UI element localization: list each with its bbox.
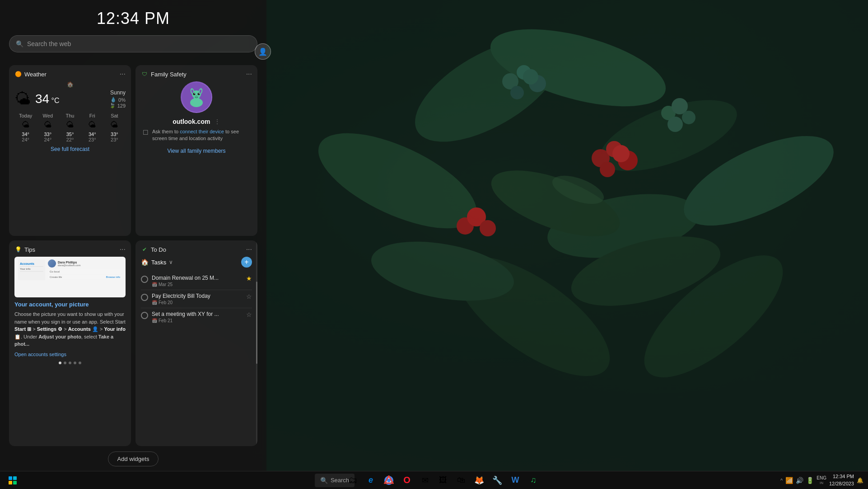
word-icon: W (512, 475, 519, 485)
file-explorer-icon: 🗂 (348, 475, 357, 485)
taskbar-edge[interactable]: e (363, 472, 379, 489)
forecast-sat: Sat 🌤 33° 23° (103, 113, 126, 142)
forecast-today: Today 🌤 34° 24° (14, 113, 37, 142)
windows-logo (9, 476, 17, 484)
todo-widget-header: ✔ To Do ··· (141, 246, 252, 253)
tips-dot-5[interactable] (79, 362, 81, 364)
forecast-wed: Wed 🌤 33° 24° (37, 113, 59, 142)
family-connect-link[interactable]: connect their device (180, 129, 224, 134)
weather-menu-button[interactable]: ··· (120, 71, 126, 78)
widgets-grid: 🟠 Weather ··· 🏠 🌤 34 °C Sunny 💧 0% (9, 65, 257, 446)
todo-star-3[interactable]: ☆ (246, 311, 252, 318)
taskbar-time: 12:34 PM (829, 473, 854, 480)
taskbar-file-explorer[interactable]: 🗂 (345, 472, 361, 489)
todo-date-3: 📅 Feb 21 (152, 318, 243, 323)
taskbar-word[interactable]: W (507, 472, 523, 489)
todo-star-2[interactable]: ☆ (246, 293, 252, 300)
taskbar-mail[interactable]: ✉ (417, 472, 433, 489)
todo-checkbox-1[interactable] (141, 276, 148, 283)
taskbar-clock[interactable]: 12:34 PM 12/28/2023 (829, 473, 854, 487)
weather-main: 🌤 34 °C Sunny 💧 0% 🍃 129 (14, 89, 126, 108)
widget-panel: 12:34 PM 🔍 Search the web 👤 🟠 Weather ··… (0, 0, 266, 471)
weather-aqi: 🍃 129 (109, 103, 126, 108)
tips-preview-image: Accounts Your info Dara Phillips dara@ou… (14, 257, 126, 297)
mail-icon: ✉ (422, 475, 429, 485)
tips-body: Choose the picture you want to show up w… (14, 310, 126, 348)
tips-menu-button[interactable]: ··· (120, 246, 126, 253)
battery-icon[interactable]: 🔋 (806, 477, 814, 484)
weather-forecast: Today 🌤 34° 24° Wed 🌤 33° 24° Thu 🌤 35° … (14, 113, 126, 142)
berry-svg (262, 0, 868, 471)
todo-content-2: Pay Electricity Bill Today 📅 Feb 20 (152, 293, 243, 305)
user-profile-button[interactable]: 👤 (255, 43, 271, 60)
volume-icon[interactable]: 🔊 (796, 477, 803, 484)
todo-scrollbar-thumb (256, 282, 257, 364)
taskbar-store[interactable]: 🛍 (453, 472, 469, 489)
firefox-icon: 🦊 (474, 475, 484, 485)
windows-logo-tl (9, 476, 12, 480)
taskbar-photos[interactable]: 🖼 (435, 472, 451, 489)
chrome-icon (384, 475, 394, 485)
tips-dot-4[interactable] (74, 362, 76, 364)
photos-icon: 🖼 (439, 475, 447, 485)
weather-condition: Sunny (109, 89, 126, 96)
taskbar-opera[interactable]: O (399, 472, 415, 489)
taskbar-left (5, 472, 21, 489)
todo-scrollbar[interactable] (256, 240, 257, 446)
weather-widget-title: Weather (24, 71, 117, 78)
web-search-bar[interactable]: 🔍 Search the web (9, 35, 257, 52)
family-view-all-link[interactable]: View all family members (141, 148, 252, 154)
family-menu-button[interactable]: ··· (246, 71, 252, 78)
todo-title-1: Domain Renewal on 25 M... (152, 275, 219, 281)
todo-checkbox-2[interactable] (141, 294, 148, 301)
time-display: 12:34 PM (97, 9, 170, 28)
tips-widget: 💡 Tips ··· Accounts Your info (9, 240, 131, 446)
tips-accounts-settings-link[interactable]: Open accounts settings (14, 352, 126, 357)
svg-point-22 (682, 111, 695, 124)
network-icon[interactable]: 📶 (785, 477, 793, 484)
todo-home-icon: 🏠 (141, 259, 149, 266)
todo-add-task-button[interactable]: + (241, 257, 252, 268)
svg-point-13 (510, 86, 524, 99)
tips-heading: Your account, your picture (14, 301, 126, 308)
svg-point-14 (523, 69, 538, 85)
weather-widget-icon: 🟠 (14, 71, 22, 78)
family-widget-icon: 🛡 (141, 71, 148, 78)
taskbar-center: 🔍 Search 🗂 e O ✉ 🖼 🛍 (327, 472, 541, 489)
family-member-email: outlook.com ⋮ (141, 118, 252, 126)
weather-forecast-link[interactable]: See full forecast (14, 146, 126, 152)
add-widgets-button[interactable]: Add widgets (108, 451, 159, 466)
windows-logo-br (13, 481, 17, 484)
todo-menu-button[interactable]: ··· (246, 246, 252, 253)
tips-pagination-dots (14, 362, 126, 364)
weather-description: Sunny 💧 0% 🍃 129 (109, 89, 126, 108)
family-widget-title: Family Safety (151, 71, 243, 78)
todo-star-1[interactable]: ★ (246, 275, 252, 282)
todo-widget-title: To Do (151, 246, 243, 253)
todo-checkbox-3[interactable] (141, 312, 148, 319)
taskbar-firefox[interactable]: 🦊 (471, 472, 487, 489)
todo-widget-icon: ✔ (141, 246, 148, 253)
language-indicator[interactable]: ENG IN (817, 475, 826, 485)
todo-tasks-chevron[interactable]: ∨ (169, 259, 173, 265)
taskbar-search[interactable]: 🔍 Search (327, 472, 343, 489)
todo-title-2: Pay Electricity Bill Today (152, 293, 219, 299)
notifications-icon[interactable]: 🔔 (857, 477, 863, 484)
family-member-options[interactable]: ⋮ (214, 118, 220, 125)
windows-start-button[interactable] (5, 472, 21, 489)
tips-dot-3[interactable] (69, 362, 71, 364)
todo-item-2: Pay Electricity Bill Today 📅 Feb 20 ☆ (141, 290, 252, 308)
system-tray-expand-button[interactable]: ^ (780, 478, 783, 483)
taskbar-app-unknown[interactable]: 🔧 (489, 472, 505, 489)
taskbar-spotify[interactable]: ♫ (525, 472, 541, 489)
edge-icon: e (369, 475, 373, 485)
weather-humidity: 💧 0% (109, 97, 126, 103)
family-msg-icon: ☐ (143, 128, 149, 142)
taskbar-right: ^ 📶 🔊 🔋 ENG IN 12:34 PM 12/28/2023 🔔 (780, 473, 863, 487)
tips-dot-1[interactable] (59, 362, 61, 364)
tips-dot-2[interactable] (64, 362, 66, 364)
taskbar-chrome[interactable] (381, 472, 397, 489)
svg-point-40 (194, 93, 195, 94)
taskbar-search-icon: 🔍 (320, 477, 328, 484)
forecast-thu: Thu 🌤 35° 22° (59, 113, 81, 142)
